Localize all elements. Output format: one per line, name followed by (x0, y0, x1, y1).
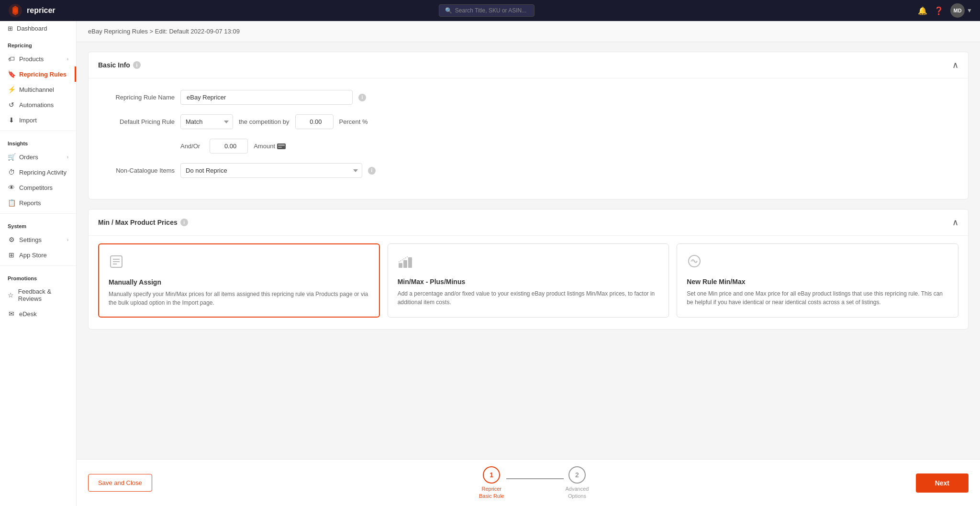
sidebar-item-repricing-activity[interactable]: ⏱ Repricing Activity (0, 165, 76, 180)
basic-info-body: Repricing Rule Name i Default Pricing Ru… (89, 78, 968, 199)
sidebar-item-reports[interactable]: 📋 Reports (0, 195, 76, 210)
percent-input[interactable] (295, 114, 334, 129)
plus-minus-desc: Add a percentage and/or fixed value to y… (398, 289, 659, 307)
divider-system (0, 213, 76, 214)
manually-assign-icon (109, 254, 369, 273)
logo-area: repricer (8, 3, 56, 18)
user-avatar-wrapper[interactable]: MD ▼ (950, 3, 972, 18)
breadcrumb: eBay Repricing Rules > Edit: Default 202… (77, 21, 980, 42)
plus-minus-title: Min/Max - Plus/Minus (398, 278, 659, 286)
bell-icon[interactable]: 🔔 (918, 6, 927, 15)
min-max-header: Min / Max Product Prices i ∧ (89, 209, 968, 236)
orders-icon: 🛒 (8, 153, 15, 161)
step-indicator: 1 RepricerBasic Rule 2 AdvancedOptions (479, 466, 589, 499)
section-repricing: Repricing (0, 36, 76, 51)
step-1: 1 RepricerBasic Rule (479, 466, 504, 499)
help-icon[interactable]: ❓ (934, 6, 944, 15)
sidebar-item-repricing-rules[interactable]: 🔖 Repricing Rules (0, 66, 76, 82)
activity-icon: ⏱ (8, 168, 15, 176)
save-close-button[interactable]: Save and Close (88, 474, 152, 492)
rule-name-info-icon[interactable]: i (358, 94, 366, 101)
amount-label: Amount (254, 143, 286, 150)
non-catalogue-label: Non-Catalogue Items (98, 167, 175, 174)
sidebar-item-edesk[interactable]: ✉ eDesk (0, 306, 76, 321)
logo-icon (8, 3, 23, 18)
min-max-card: Min / Max Product Prices i ∧ (88, 209, 969, 330)
basic-info-icon[interactable]: i (133, 61, 141, 69)
sidebar-item-products[interactable]: 🏷 Products › (0, 51, 76, 66)
divider-insights (0, 131, 76, 131)
pricing-rule-label: Default Pricing Rule (98, 118, 175, 125)
app-name: repricer (27, 6, 56, 15)
reports-icon: 📋 (8, 199, 15, 207)
footer-bar: Save and Close 1 RepricerBasic Rule 2 Ad… (77, 459, 980, 506)
amount-icon (277, 143, 286, 149)
min-max-option-new-rule[interactable]: New Rule Min/Max Set one Min price and o… (677, 243, 958, 318)
settings-arrow-icon: › (67, 237, 68, 242)
competition-text: the competition by (239, 118, 290, 125)
main-layout: ⊞ Dashboard Repricing 🏷 Products › 🔖 Rep… (0, 21, 980, 506)
sidebar-item-automations[interactable]: ↺ Automations (0, 97, 76, 112)
sidebar-item-app-store[interactable]: ⊞ App Store (0, 247, 76, 263)
import-icon: ⬇ (8, 116, 15, 124)
new-rule-desc: Set one Min price and one Max price for … (687, 289, 948, 307)
min-max-collapse-button[interactable]: ∧ (952, 217, 958, 228)
non-catalogue-select[interactable]: Do not Reprice Use Default Price Use Min… (180, 163, 362, 178)
plus-minus-icon (398, 253, 659, 272)
percent-label: Percent % (339, 118, 368, 125)
min-max-title: Min / Max Product Prices i (98, 219, 188, 226)
step-connector (506, 478, 564, 479)
match-select[interactable]: Match (180, 114, 233, 129)
header-right: 🔔 ❓ MD ▼ (918, 3, 972, 18)
section-promotions: Promotions (0, 269, 76, 284)
min-max-option-manually-assign[interactable]: Manually Assign Manually specify your Mi… (98, 243, 380, 318)
step-2: 2 AdvancedOptions (566, 466, 589, 499)
svg-rect-2 (277, 143, 286, 149)
multichannel-icon: ⚡ (8, 86, 15, 93)
step-1-label: RepricerBasic Rule (479, 485, 504, 499)
rule-name-input[interactable] (180, 90, 353, 105)
basic-info-title: Basic Info i (98, 61, 141, 69)
svg-rect-11 (408, 257, 412, 268)
dashboard-label: Dashboard (17, 25, 47, 32)
sidebar-item-dashboard[interactable]: ⊞ Dashboard (0, 21, 76, 36)
manually-assign-desc: Manually specify your Min/Max prices for… (109, 290, 369, 307)
pricing-rule-row: Default Pricing Rule Match the competiti… (98, 114, 958, 129)
sidebar-item-settings[interactable]: ⚙ Settings › (0, 232, 76, 247)
basic-info-card: Basic Info i ∧ Repricing Rule Name i Def… (88, 52, 969, 199)
min-max-options-grid: Manually Assign Manually specify your Mi… (89, 236, 968, 329)
basic-info-collapse-button[interactable]: ∧ (952, 60, 958, 70)
repricing-rules-icon: 🔖 (8, 70, 15, 78)
dropdown-arrow-icon: ▼ (967, 7, 972, 14)
step-2-label: AdvancedOptions (566, 485, 589, 499)
competitors-icon: 👁 (8, 184, 15, 191)
svg-rect-9 (399, 263, 402, 268)
rule-name-row: Repricing Rule Name i (98, 90, 958, 105)
sidebar-item-multichannel[interactable]: ⚡ Multichannel (0, 82, 76, 97)
non-catalogue-info-icon[interactable]: i (368, 167, 376, 175)
min-max-option-plus-minus[interactable]: Min/Max - Plus/Minus Add a percentage an… (388, 243, 669, 318)
next-button[interactable]: Next (916, 473, 969, 493)
search-bar[interactable]: 🔍 Search Title, SKU or ASIN... (439, 4, 535, 17)
rule-name-label: Repricing Rule Name (98, 94, 175, 101)
svg-point-1 (13, 8, 18, 13)
automations-icon: ↺ (8, 101, 15, 109)
svg-rect-4 (278, 147, 282, 148)
svg-rect-10 (403, 260, 407, 268)
content-area: eBay Repricing Rules > Edit: Default 202… (77, 21, 980, 506)
and-or-input[interactable] (210, 139, 248, 154)
settings-icon: ⚙ (8, 236, 15, 243)
sidebar-item-orders[interactable]: 🛒 Orders › (0, 149, 76, 165)
min-max-info-icon[interactable]: i (180, 219, 188, 226)
svg-rect-3 (278, 144, 285, 146)
orders-arrow-icon: › (67, 154, 68, 160)
main-content: Basic Info i ∧ Repricing Rule Name i Def… (77, 42, 980, 459)
sidebar-item-feedback-reviews[interactable]: ☆ Feedback & Reviews (0, 284, 76, 306)
avatar-button[interactable]: MD (950, 3, 965, 18)
sidebar-item-competitors[interactable]: 👁 Competitors (0, 180, 76, 195)
and-or-row: And/Or Amount (98, 139, 958, 154)
new-rule-icon (687, 253, 948, 272)
sidebar-item-import[interactable]: ⬇ Import (0, 112, 76, 128)
step-1-circle: 1 (483, 466, 500, 484)
products-arrow-icon: › (67, 56, 68, 62)
